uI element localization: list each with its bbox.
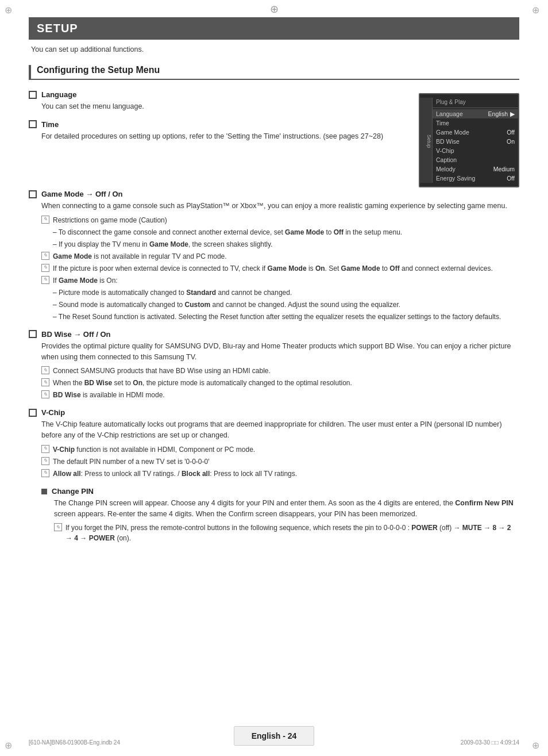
game-mode-note-3-text: If the picture is poor when external dev…: [53, 263, 493, 274]
tv-row-7-label: Energy Saving: [436, 175, 507, 182]
game-mode-bullet-2: If you display the TV menu in Game Mode,…: [53, 239, 519, 250]
note-icon-bd-1: ✎: [41, 366, 49, 374]
checkbox-language: [29, 91, 37, 99]
tv-row-4: V-Chip: [433, 146, 518, 155]
game-mode-note-1-text: Restrictions on game mode (Caution): [53, 215, 167, 225]
note-icon-cp-1: ✎: [54, 523, 62, 531]
game-mode-body: When connecting to a game console such a…: [41, 201, 519, 322]
bd-wise-note-1-text: Connect SAMSUNG products that have BD Wi…: [53, 366, 271, 376]
v-chip-note-1-text: V-Chip function is not available in HDMI…: [53, 444, 255, 455]
change-pin-desc: The Change PIN screen will appear. Choos…: [54, 498, 519, 520]
tv-screenshot: Setup Plug & Play Language English ▶ Tim…: [419, 93, 519, 187]
game-mode-note-2-text: Game Mode is not available in regular TV…: [53, 251, 227, 262]
corner-mark-tr: ⊕: [532, 5, 543, 16]
menu-item-bd-wise-title: BD Wise → Off / On: [29, 330, 519, 339]
language-body: You can set the menu language.: [41, 101, 407, 112]
tv-row-1: Time: [433, 118, 518, 128]
note-icon-vc-1: ✎: [41, 445, 49, 453]
v-chip-note-3: ✎ Allow all: Press to unlock all TV rati…: [41, 469, 519, 479]
bd-wise-desc: Provides the optimal picture quality for…: [41, 341, 519, 363]
menu-item-v-chip-title: V-Chip: [29, 408, 519, 417]
tv-row-0: Language English ▶: [433, 109, 518, 118]
change-pin-body: The Change PIN screen will appear. Choos…: [54, 498, 519, 544]
bd-wise-note-2: ✎ When the BD Wise set to On, the pictur…: [41, 378, 519, 388]
tv-row-0-value: English: [488, 110, 508, 117]
menu-item-time: Time For detailed procedures on setting …: [29, 120, 407, 142]
bd-wise-body: Provides the optimal picture quality for…: [41, 341, 519, 401]
tv-row-6: Melody Medium: [433, 164, 518, 174]
tv-row-2-label: Game Mode: [436, 129, 507, 136]
tv-row-5-label: Caption: [436, 156, 515, 163]
square-bullet-change-pin: [41, 489, 47, 494]
tv-row-0-label: Language: [436, 110, 488, 117]
footer-right-text: 2009-03-30 □□ 4:09:14: [461, 739, 519, 746]
page-outer: ⊕ ⊕ ⊕ ⊕ ⊕ SETUP You can set up additiona…: [0, 0, 548, 756]
v-chip-note-3-text: Allow all: Press to unlock all TV rating…: [53, 469, 297, 479]
menu-item-game-mode: Game Mode → Off / On When connecting to …: [29, 190, 519, 322]
tv-row-3: BD Wise On: [433, 137, 518, 146]
sub-item-change-pin: Change PIN The Change PIN screen will ap…: [41, 487, 519, 544]
intro-text: You can set up additional functions.: [31, 45, 519, 53]
note-icon-3: ✎: [41, 264, 49, 272]
menu-item-v-chip: V-Chip The V-Chip feature automatically …: [29, 408, 519, 479]
bd-wise-note-3-text: BD Wise is available in HDMI mode.: [53, 390, 165, 400]
content-left: Language You can set the menu language. …: [29, 90, 407, 150]
bd-wise-note-1: ✎ Connect SAMSUNG products that have BD …: [41, 366, 519, 376]
sidebar-label: Setup: [426, 135, 432, 148]
menu-item-game-mode-title: Game Mode → Off / On: [29, 190, 519, 198]
note-icon-bd-2: ✎: [41, 378, 49, 386]
game-mode-bullet-1: To disconnect the game console and conne…: [53, 227, 519, 237]
v-chip-desc: The V-Chip feature automatically locks o…: [41, 419, 519, 441]
game-mode-note-4-text: If Game Mode is On:: [53, 275, 118, 286]
tv-row-3-value: On: [507, 138, 515, 145]
time-label: Time: [41, 120, 59, 129]
footer-left-text: [610-NA]BN68-01900B-Eng.indb 24: [29, 739, 120, 746]
note-icon-4: ✎: [41, 276, 49, 284]
v-chip-note-2: ✎ The default PIN number of a new TV set…: [41, 456, 519, 467]
content-area: Language You can set the menu language. …: [29, 90, 519, 187]
tv-row-6-label: Melody: [436, 166, 493, 172]
tv-main-content: Plug & Play Language English ▶ Time Game…: [433, 98, 518, 183]
top-crosshair: ⊕: [270, 3, 279, 16]
tv-sidebar: Setup Plug & Play Language English ▶ Tim…: [420, 98, 518, 183]
note-icon-2: ✎: [41, 252, 49, 260]
tv-row-2: Game Mode Off: [433, 128, 518, 137]
tv-row-6-value: Medium: [493, 166, 515, 172]
language-label: Language: [41, 90, 76, 99]
game-mode-note-2: ✎ Game Mode is not available in regular …: [41, 251, 519, 262]
game-mode-label: Game Mode → Off / On: [41, 190, 123, 198]
v-chip-note-2-text: The default PIN number of a new TV set i…: [53, 456, 210, 467]
tv-row-4-label: V-Chip: [436, 147, 515, 154]
tv-row-3-label: BD Wise: [436, 138, 507, 145]
game-mode-bullet-4: Sound mode is automatically changed to C…: [53, 300, 519, 310]
note-icon-vc-3: ✎: [41, 469, 49, 477]
menu-item-bd-wise: BD Wise → Off / On Provides the optimal …: [29, 330, 519, 401]
game-mode-bullet-5: The Reset Sound function is activated. S…: [53, 312, 519, 322]
checkbox-v-chip: [29, 409, 37, 417]
checkbox-bd-wise: [29, 330, 37, 338]
note-icon-bd-3: ✎: [41, 390, 49, 398]
tv-row-7: Energy Saving Off: [433, 174, 518, 183]
change-pin-note-1-text: If you forget the PIN, press the remote-…: [65, 523, 519, 543]
game-mode-note-1: ✎ Restrictions on game mode (Caution): [41, 215, 519, 225]
tv-row-5: Caption: [433, 155, 518, 164]
change-pin-note-1: ✎ If you forget the PIN, press the remot…: [54, 523, 519, 543]
game-mode-desc: When connecting to a game console such a…: [41, 201, 519, 212]
tv-row-1-label: Time: [436, 120, 515, 126]
change-pin-label: Change PIN: [52, 487, 94, 496]
bd-wise-label: BD Wise → Off / On: [41, 330, 111, 339]
page-title: SETUP: [29, 17, 519, 40]
tv-screen-header: Plug & Play: [433, 98, 518, 108]
menu-item-language-title: Language: [29, 90, 407, 99]
menu-item-language: Language You can set the menu language.: [29, 90, 407, 112]
game-mode-note-4: ✎ If Game Mode is On:: [41, 275, 519, 286]
checkbox-game-mode: [29, 190, 37, 198]
tv-row-0-arrow: ▶: [510, 110, 515, 117]
bd-wise-note-3: ✎ BD Wise is available in HDMI mode.: [41, 390, 519, 400]
game-mode-bullet-3: Picture mode is automatically changed to…: [53, 287, 519, 298]
menu-item-time-title: Time: [29, 120, 407, 129]
section-heading: Configuring the Setup Menu: [29, 65, 519, 80]
tv-row-2-value: Off: [507, 129, 515, 136]
v-chip-note-1: ✎ V-Chip function is not available in HD…: [41, 444, 519, 455]
footer-badge: English - 24: [234, 726, 315, 746]
